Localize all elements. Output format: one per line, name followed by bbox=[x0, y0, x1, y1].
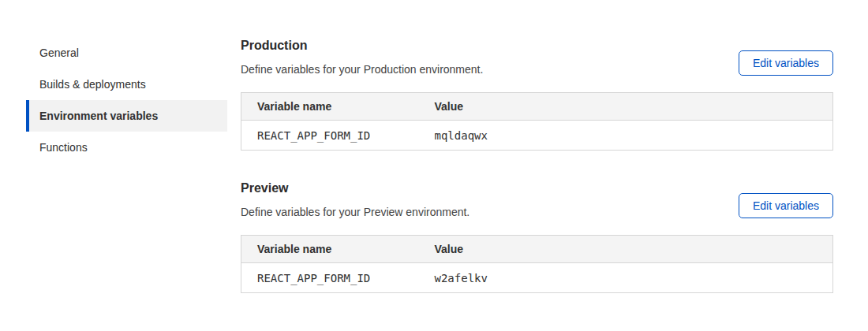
production-section: Production Define variables for your Pro… bbox=[241, 38, 833, 151]
production-section-header: Production Define variables for your Pro… bbox=[241, 38, 833, 76]
environment-variables-content: Production Define variables for your Pro… bbox=[241, 38, 833, 293]
preview-variables-table: Variable name Value REACT_APP_FORM_ID w2… bbox=[241, 235, 833, 293]
preview-edit-variables-button[interactable]: Edit variables bbox=[739, 193, 833, 218]
preview-section-text: Preview Define variables for your Previe… bbox=[241, 180, 470, 218]
sidebar-item-environment-variables[interactable]: Environment variables bbox=[26, 100, 227, 132]
production-section-text: Production Define variables for your Pro… bbox=[241, 38, 483, 76]
variable-value-cell: w2afelkv bbox=[419, 263, 833, 293]
variable-name-cell: REACT_APP_FORM_ID bbox=[241, 263, 419, 293]
variable-name-cell: REACT_APP_FORM_ID bbox=[241, 121, 419, 151]
production-title: Production bbox=[241, 38, 483, 53]
production-variables-table: Variable name Value REACT_APP_FORM_ID mq… bbox=[241, 92, 833, 151]
column-header-value: Value bbox=[419, 236, 833, 263]
column-header-value: Value bbox=[419, 93, 833, 121]
preview-title: Preview bbox=[241, 180, 470, 195]
sidebar-item-label: General bbox=[39, 46, 79, 59]
preview-section-header: Preview Define variables for your Previe… bbox=[241, 180, 833, 218]
sidebar-item-label: Builds & deployments bbox=[39, 78, 146, 91]
table-row: REACT_APP_FORM_ID w2afelkv bbox=[241, 263, 833, 293]
production-description: Define variables for your Production env… bbox=[241, 64, 483, 76]
table-header-row: Variable name Value bbox=[241, 236, 833, 263]
settings-sidebar: General Builds & deployments Environment… bbox=[26, 37, 227, 163]
sidebar-item-label: Functions bbox=[39, 141, 88, 154]
sidebar-item-label: Environment variables bbox=[39, 110, 158, 122]
sidebar-item-functions[interactable]: Functions bbox=[26, 132, 227, 163]
column-header-variable-name: Variable name bbox=[241, 236, 419, 263]
production-edit-variables-button[interactable]: Edit variables bbox=[739, 50, 833, 76]
sidebar-item-general[interactable]: General bbox=[26, 37, 227, 69]
column-header-variable-name: Variable name bbox=[241, 93, 419, 121]
table-header-row: Variable name Value bbox=[241, 93, 833, 121]
preview-section: Preview Define variables for your Previe… bbox=[241, 180, 833, 293]
preview-description: Define variables for your Preview enviro… bbox=[241, 206, 470, 218]
settings-page: General Builds & deployments Environment… bbox=[0, 0, 868, 331]
variable-value-cell: mqldaqwx bbox=[419, 121, 833, 151]
sidebar-item-builds-deployments[interactable]: Builds & deployments bbox=[26, 69, 227, 100]
table-row: REACT_APP_FORM_ID mqldaqwx bbox=[241, 121, 833, 151]
